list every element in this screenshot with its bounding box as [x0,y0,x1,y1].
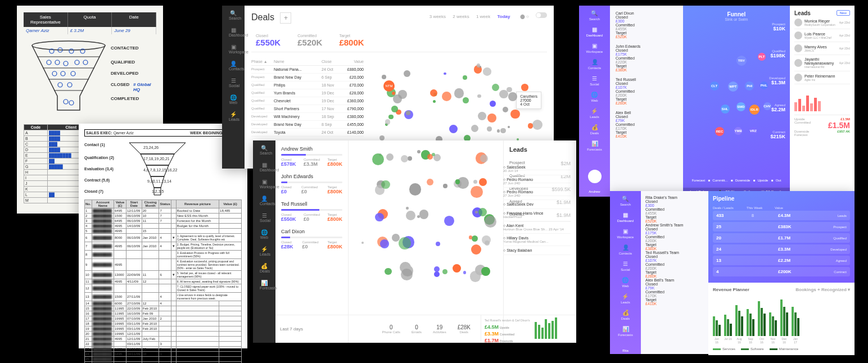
nav-workspace[interactable]: ▣Workspace [229,44,238,53]
lead-item[interactable]: ○ Alan KentHorizon Blue Cross Blue Sh...… [503,221,571,234]
tab-today[interactable]: Today [498,14,510,19]
funnel-bubble[interactable]: PLT [758,53,766,61]
nav-workspace[interactable]: ▣Workspace [586,43,603,53]
lead-item[interactable]: ○ Stacy Balaban [503,246,571,255]
table-row[interactable]: ProspectNational Pana...24 Oct£880,000 [251,66,364,74]
nav-workspace[interactable]: ▣Workspace [617,228,634,239]
table-row[interactable]: DevelopedToyota24 Oct£140,000 [251,129,364,137]
nav-web[interactable]: 🌐Web [229,94,238,103]
funnel-bubble[interactable]: VRZ [749,127,757,135]
lead-item[interactable]: Peter ReinemannAgile Inc [794,71,850,84]
nav-leads[interactable]: ⚡Leads [229,111,238,120]
nav-web[interactable]: 🌐Web [591,92,598,102]
pipeline-row[interactable]: 4£200KContract [713,267,850,276]
person-card[interactable]: Ted Russell's Team Closed£107K Committed… [645,251,704,278]
lead-item[interactable]: Manny AlvesJMACSApr 23rd [794,42,850,55]
table-row[interactable]: DevelopedBrand New Day8 Sep£455,000 [251,121,364,129]
person-card[interactable]: Andrew Smith Closed£578K Committed£3.3M … [281,146,342,167]
lead-item[interactable]: ○ Francine Hans-VinceHackerProof [503,209,571,221]
nav-dashboard[interactable]: ▦Dashboard [586,26,603,37]
person-card[interactable]: Alex Bell Closed£79K Committed£170K Targ… [616,111,677,138]
svg-point-20 [69,101,74,105]
tab-1week[interactable]: 1 week [476,14,490,19]
lead-item[interactable]: Jayanthi NarayanaswamyInternational RdAp… [794,55,850,71]
new-lead-button[interactable]: New [837,10,850,16]
nav-leads[interactable]: ⚡Leads [260,246,269,255]
lead-item[interactable]: ○ Hillary DavisYuma Regional Medical Cen… [503,234,571,246]
nav-contacts[interactable]: 👤Contacts [619,244,632,255]
user-avatar[interactable] [588,170,602,183]
table-row[interactable]: QualifiedPhilips18 Nov£70,000 [251,81,364,89]
funnel-bubble[interactable]: WPT [728,81,738,92]
funnel-bubble[interactable]: YMB [734,127,742,135]
lead-item[interactable]: Lois PearceWyeth LLC • MiaChefApr 23rd [794,29,850,42]
nav-deals[interactable]: 💰Deals [621,310,630,320]
person-card[interactable]: Carl Dixon Closed£28K Committed£0 Target… [281,229,342,249]
nav-forecasts[interactable]: 📊Forecasts [618,326,632,337]
table-row[interactable]: DevelopedWilt Machinery18 Sep£380,000 [251,113,364,121]
nav-social[interactable]: ☰Social [590,75,599,86]
nav-deals[interactable]: 💰Deals [260,263,269,272]
person-card[interactable]: Ted Russell Closed£550K Committed£0 Targ… [281,201,342,222]
nav-search[interactable]: 🔍Search [260,145,269,154]
funnel-bubble[interactable]: PHI [745,81,754,90]
nav-leads[interactable]: ⚡Leads [590,108,599,119]
lead-item[interactable]: ○ SalesSeek Dev [503,200,571,209]
nav-social[interactable]: ☰Social [229,78,238,87]
funnel-bubble[interactable]: PHL [760,81,768,89]
nav-sidebar: 🔍Search▦Dashboard▣Workspace👤Contacts☰Soc… [610,191,641,354]
funnel-bubble[interactable]: CHV [763,102,771,110]
pipeline-row[interactable]: 13£2.2MAgreed [713,256,850,265]
nav-leads[interactable]: ⚡Leads [621,293,630,304]
table-row[interactable]: QualifiedYum Brands19 Dec£28,000 [251,89,364,97]
lead-item[interactable]: ○ Pedro Romano27 Jun 24D [503,188,571,200]
funnel-bubble[interactable]: CLT [710,81,719,90]
nav-web[interactable]: 🌐Web [622,277,629,288]
nav-dashboard[interactable]: ▦Dashboard [260,162,269,171]
nav-social[interactable]: ☰Social [621,261,630,271]
nav-contacts[interactable]: 👤Contacts [229,61,238,70]
nav-social[interactable]: ☰Social [260,212,269,221]
nav-search[interactable]: 🔍Search [229,10,238,19]
nav-contacts[interactable]: 👤Contacts [260,196,269,205]
pipeline-row[interactable]: 25£383KProspect [713,222,850,232]
nav-dashboard[interactable]: ▦Dashboard [229,27,238,36]
nav-web[interactable]: 🌐Web [260,229,269,238]
lead-item[interactable]: ○ SalesSeek20 Jun 14 [503,163,571,175]
person-card[interactable]: John Edwards Closed£175K Committed£220K … [616,44,677,72]
table-row[interactable]: ProspectBrand New Day6 Sep£20,000 [251,74,364,81]
nav-contacts[interactable]: 👤Contacts [588,59,602,70]
funnel-bubble[interactable]: IDLR [749,105,760,115]
funnel-bubble[interactable]: REC [715,127,724,136]
nav-deals[interactable]: 💰Deals [590,124,599,135]
lead-item[interactable]: ○ Pedro Romano27 Jun 24D [503,175,571,188]
svg-point-13 [83,60,88,65]
person-card[interactable]: Alex Bell's Team Closed£79K Committed£17… [645,278,704,306]
nav-search[interactable]: 🔍Search [589,10,600,21]
person-card[interactable]: Ted Russell Closed£107K Committed£200K T… [616,78,677,105]
pipeline-row[interactable]: 24£3.3MDeveloped [713,244,850,254]
svg-point-16 [71,71,75,76]
person-card[interactable]: Andrew Smith's Team Closed£175K Committe… [645,223,704,251]
tab-3weeks[interactable]: 3 weeks [430,14,446,19]
table-row[interactable]: QualifiedShort Partners17 Nov£790,000 [251,105,364,113]
table-row[interactable]: QualifiedChevrolet19 Dec£360,000 [251,97,364,105]
person-card[interactable]: Carl Dixon Closed£300 Committed£455K Tar… [616,11,677,39]
nav-search[interactable]: 🔍Search [620,196,631,206]
nav-forecasts[interactable]: 📊Forecasts [260,280,269,289]
add-deal-button[interactable]: + [280,12,291,24]
nav-forecasts[interactable]: 📊Forecasts [587,140,602,151]
nav-workspace[interactable]: ▣Workspace [260,179,269,188]
funnel-bubble[interactable]: SHL [721,105,730,114]
lead-item[interactable]: Monica RiegerRealtySouth CorporationApr … [794,16,850,29]
person-card[interactable]: John Edwards Closed£0 Committed£0 Target… [281,174,342,194]
pipeline-row[interactable]: 20£1.7MQualified [713,233,850,243]
bubble-funnel [349,140,503,343]
nav-dashboard[interactable]: ▦Dashboard [617,212,634,223]
view-toggle[interactable] [536,12,547,18]
tab-2weeks[interactable]: 2 weeks [453,14,469,19]
funnel-bubble[interactable]: SMD [736,102,745,111]
pipeline-row[interactable]: 4338£4.3MLeads [713,211,850,220]
funnel-bubble[interactable]: TRY [736,56,747,66]
person-card[interactable]: Rita Drake's Team Closed£300 Committed£4… [645,196,704,223]
